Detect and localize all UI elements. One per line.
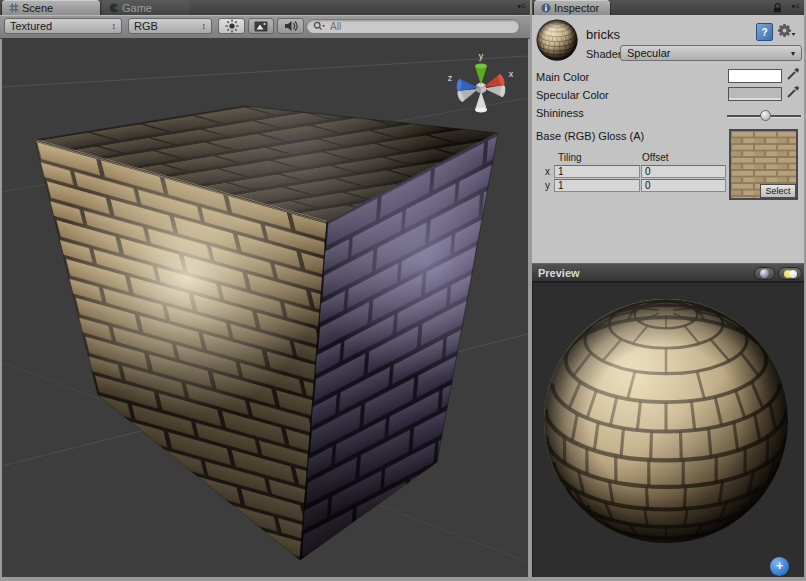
scene-toolbar: Textured ↕ RGB ↕ [0,15,530,39]
select-label: Select [765,186,790,196]
y-tiling-field[interactable] [554,179,640,192]
image-icon [254,21,268,32]
color-mode-label: RGB [134,20,158,32]
tab-scene[interactable]: Scene [2,0,100,15]
base-gloss-label: Base (RGB) Gloss (A) [536,130,644,142]
tiling-header: Tiling [558,152,582,163]
game-icon [109,3,119,13]
preview-body[interactable]: + [532,282,804,577]
speaker-icon [284,20,298,32]
x-row-label: x [545,166,550,177]
scene-panel-menu[interactable]: ▾≡ [517,3,526,11]
scene-tabstrip: Scene Game ▾≡ [0,0,530,16]
search-icon [313,21,325,32]
shader-label: Shader [586,48,621,60]
tab-game-label: Game [122,2,152,14]
preview-mesh-button[interactable] [754,267,775,280]
select-texture-button[interactable]: Select [760,184,796,198]
base-texture-thumbnail[interactable]: Select [729,129,798,200]
sphere-icon [760,269,769,278]
material-sphere-preview[interactable] [541,296,791,546]
add-button[interactable]: + [770,557,789,576]
tab-inspector[interactable]: Inspector [534,0,610,15]
eyedropper-icon [786,67,800,81]
preview-header: Preview [532,263,804,282]
scene-search [306,19,520,34]
lock-icon [773,3,782,13]
updown-arrows-icon: ↕ [202,21,207,31]
preview-lighting-button[interactable] [778,267,802,280]
material-options-button[interactable] [777,23,796,39]
main-color-eyedropper[interactable] [786,67,800,85]
main-color-swatch[interactable] [728,69,782,83]
offset-header: Offset [642,152,669,163]
updown-arrows-icon: ↕ [112,21,117,31]
preview-title: Preview [538,267,580,279]
gizmo-z-label: z [448,73,453,83]
shininess-thumb[interactable] [760,110,771,121]
material-preview-thumb [536,19,578,61]
specular-color-swatch[interactable] [728,87,782,101]
inspector-lock[interactable] [773,3,782,13]
search-input[interactable] [328,20,513,33]
gear-icon [777,23,796,39]
lighting-toggle-button[interactable] [218,18,245,34]
panel-menu-icon: ▾≡ [517,3,526,11]
gizmo-y-axis[interactable] [475,64,487,85]
eyedropper-icon [786,85,800,99]
chevron-down-icon: ▾ [791,49,795,58]
shininess-label: Shininess [536,107,584,119]
info-icon [541,3,551,13]
specular-color-eyedropper[interactable] [786,85,800,103]
help-button[interactable]: ? [756,23,773,41]
shader-dropdown[interactable]: Specular ▾ [620,45,802,61]
tab-scene-label: Scene [22,2,53,14]
inspector-panel: Inspector ▾≡ bricks Shader Specular ▾ ? [532,0,804,577]
main-color-label: Main Color [536,71,589,83]
scene-3d-view: y x z [2,38,528,577]
audio-toggle-button[interactable] [277,18,304,34]
plus-icon: + [776,558,784,573]
panel-menu-icon: ▾≡ [791,3,800,11]
scene-viewport[interactable]: y x z [2,38,528,577]
material-name: bricks [586,27,620,42]
render-mode-dropdown[interactable]: Textured ↕ [4,18,122,34]
scene-panel: Scene Game ▾≡ Textured ↕ RGB ↕ [0,0,530,577]
light-white-icon [789,270,797,278]
effects-toggle-button[interactable] [248,18,274,34]
x-offset-field[interactable] [641,165,726,178]
shininess-slider[interactable] [727,115,801,118]
shader-value: Specular [627,47,670,59]
inspector-tabstrip: Inspector ▾≡ [532,0,804,16]
inspector-panel-menu[interactable]: ▾≡ [791,3,800,11]
inspector-body: bricks Shader Specular ▾ ? Main C [532,15,804,263]
gizmo-y-label: y [479,51,484,61]
x-tiling-field[interactable] [554,165,640,178]
specular-color-label: Specular Color [536,89,609,101]
gizmo-x-label: x [509,69,514,79]
render-mode-label: Textured [10,20,52,32]
y-offset-field[interactable] [641,179,726,192]
y-row-label: y [545,180,550,191]
sun-icon [225,19,239,33]
brick-cube[interactable] [35,106,498,560]
tab-game[interactable]: Game [102,0,190,15]
question-mark-icon: ? [761,27,767,38]
scene-grid-icon [9,3,19,13]
tab-inspector-label: Inspector [554,2,599,14]
color-mode-dropdown[interactable]: RGB ↕ [128,18,212,34]
